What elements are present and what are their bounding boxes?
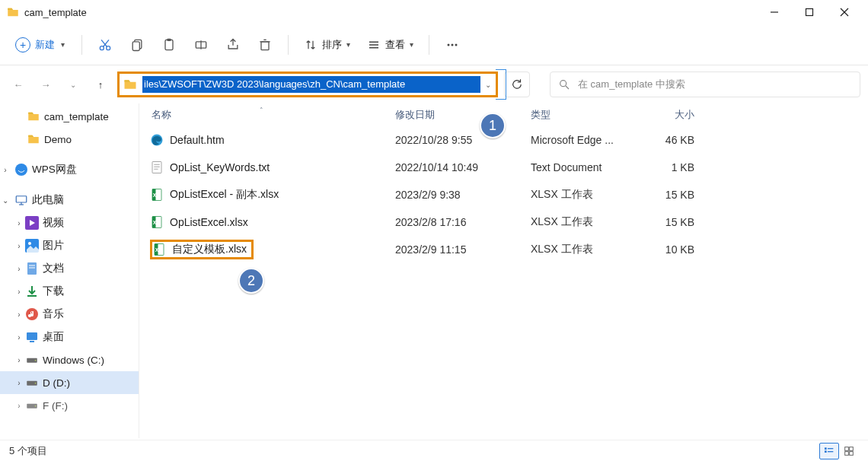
sidebar: cam_template Demo ›WPS网盘 ⌄此电脑 ›视频 ›图片 ›文… <box>0 103 139 438</box>
sidebar-item-desktop[interactable]: ›桌面 <box>0 326 139 348</box>
sort-button[interactable]: 排序 ▾ <box>298 33 356 56</box>
file-icon <box>150 215 164 229</box>
search-icon <box>558 78 570 91</box>
status-bar: 5 个项目 <box>0 440 868 461</box>
file-name: OpListExcel.xlsx <box>170 216 248 228</box>
file-size: 46 KB <box>629 134 710 146</box>
new-button[interactable]: + 新建 ▾ <box>8 33 72 57</box>
folder-icon <box>6 5 20 19</box>
file-name: Default.htm <box>170 134 225 146</box>
sidebar-item-downloads[interactable]: ›下载 <box>0 280 139 303</box>
view-label: 查看 <box>385 38 405 52</box>
expand-icon[interactable]: › <box>14 379 24 387</box>
more-button[interactable] <box>439 31 466 59</box>
callout-badge-2: 2 <box>238 268 264 294</box>
window-title: cam_template <box>24 7 87 18</box>
sidebar-item-demo[interactable]: Demo <box>0 128 139 151</box>
new-label: 新建 <box>35 38 55 52</box>
sidebar-item-cam-template[interactable]: cam_template <box>0 105 139 128</box>
svg-point-46 <box>15 164 27 176</box>
file-row[interactable]: OpList_KeyWords.txt2022/10/14 10:49Text … <box>139 154 868 181</box>
sidebar-item-d-drive[interactable]: ›D (D:) <box>0 371 139 394</box>
search-input[interactable]: 在 cam_template 中搜索 <box>550 72 860 97</box>
share-button[interactable] <box>219 31 247 59</box>
file-date: 2023/2/9 9:38 <box>383 189 519 201</box>
svg-point-50 <box>28 242 31 245</box>
file-type: XLSX 工作表 <box>519 188 629 202</box>
navigation-row: ← → ⌄ ↑ iles\ZWSOFT\ZW3D 2023\languages\… <box>0 65 868 103</box>
cut-button[interactable] <box>91 31 119 59</box>
chevron-down-icon: ▾ <box>346 40 350 49</box>
address-bar[interactable]: iles\ZWSOFT\ZW3D 2023\languages\zh_CN\ca… <box>117 72 498 97</box>
recent-button[interactable]: ⌄ <box>62 73 84 96</box>
sidebar-item-c-drive[interactable]: ›Windows (C:) <box>0 348 139 371</box>
sidebar-item-e-drive[interactable]: ›F (F:) <box>0 394 139 417</box>
sidebar-item-wps[interactable]: ›WPS网盘 <box>0 158 139 181</box>
sort-asc-icon: ˄ <box>260 107 263 114</box>
refresh-button[interactable] <box>504 72 530 97</box>
delete-button[interactable] <box>251 31 279 59</box>
callout-badge-1: 1 <box>480 113 506 138</box>
file-type: Microsoft Edge ... <box>519 134 629 146</box>
view-grid-button[interactable] <box>839 443 859 459</box>
svg-rect-51 <box>27 262 37 275</box>
file-date: 2022/10/14 10:49 <box>383 161 519 173</box>
sort-icon <box>304 38 318 52</box>
expand-icon[interactable]: › <box>14 288 24 296</box>
svg-rect-57 <box>30 341 34 342</box>
sidebar-item-videos[interactable]: ›视频 <box>0 211 139 234</box>
view-icon <box>367 38 381 52</box>
expand-icon[interactable]: › <box>14 265 24 273</box>
address-dropdown-icon[interactable]: ⌄ <box>480 81 496 89</box>
expand-icon[interactable]: › <box>14 356 24 364</box>
collapse-icon[interactable]: ⌄ <box>0 196 11 205</box>
folder-icon <box>123 77 138 92</box>
sidebar-item-this-pc[interactable]: ⌄此电脑 <box>0 189 139 211</box>
view-button[interactable]: 查看 ▾ <box>361 33 420 56</box>
close-button[interactable] <box>827 0 862 24</box>
view-details-button[interactable] <box>819 443 839 459</box>
expand-icon[interactable]: › <box>14 310 24 319</box>
expand-icon[interactable]: › <box>0 166 11 174</box>
file-size: 1 KB <box>629 161 710 173</box>
back-button[interactable]: ← <box>8 73 29 96</box>
toolbar: + 新建 ▾ 排序 ▾ 查看 ▾ <box>0 24 868 65</box>
sidebar-item-pictures[interactable]: ›图片 <box>0 234 139 257</box>
file-type: XLSX 工作表 <box>519 243 629 256</box>
expand-icon[interactable]: › <box>14 402 24 410</box>
file-type: XLSX 工作表 <box>519 215 629 229</box>
search-placeholder: 在 cam_template 中搜索 <box>578 78 685 91</box>
window-titlebar: cam_template <box>0 0 868 24</box>
paste-button[interactable] <box>155 31 183 59</box>
file-icon <box>150 133 164 147</box>
rename-button[interactable] <box>187 31 215 59</box>
sidebar-item-documents[interactable]: ›文档 <box>0 257 139 280</box>
file-name: 自定义模板.xlsx <box>172 243 247 256</box>
file-list-panel: ˄名称 修改日期 类型 大小 Default.htm2022/10/28 9:5… <box>139 103 868 438</box>
file-size: 15 KB <box>629 216 710 228</box>
copy-button[interactable] <box>123 31 151 59</box>
svg-rect-56 <box>27 332 37 340</box>
file-row[interactable]: OpListExcel.xlsx2023/2/8 17:16XLSX 工作表15… <box>139 208 868 236</box>
forward-button[interactable]: → <box>35 73 56 96</box>
item-count: 5 个项目 <box>9 444 47 458</box>
sort-label: 排序 <box>322 38 342 52</box>
sidebar-item-music[interactable]: ›音乐 <box>0 303 139 326</box>
file-date: 2023/2/9 11:15 <box>383 243 519 256</box>
file-type: Text Document <box>519 161 629 173</box>
maximize-button[interactable] <box>792 0 827 24</box>
col-name[interactable]: ˄名称 <box>139 108 383 122</box>
chevron-down-icon: ▾ <box>61 40 65 49</box>
expand-icon[interactable]: › <box>14 219 24 227</box>
col-size[interactable]: 大小 <box>629 108 710 122</box>
minimize-button[interactable] <box>757 0 792 24</box>
up-button[interactable]: ↑ <box>90 73 111 96</box>
file-row[interactable]: 自定义模板.xlsx2023/2/9 11:15XLSX 工作表10 KB <box>139 236 868 263</box>
address-path[interactable]: iles\ZWSOFT\ZW3D 2023\languages\zh_CN\ca… <box>142 76 480 93</box>
expand-icon[interactable]: › <box>14 242 24 250</box>
col-type[interactable]: 类型 <box>519 108 629 122</box>
file-name: OpList_KeyWords.txt <box>170 161 270 173</box>
file-row[interactable]: OpListExcel - 副本.xlsx2023/2/9 9:38XLSX 工… <box>139 181 868 208</box>
svg-rect-43 <box>806 9 813 16</box>
expand-icon[interactable]: › <box>14 333 24 342</box>
